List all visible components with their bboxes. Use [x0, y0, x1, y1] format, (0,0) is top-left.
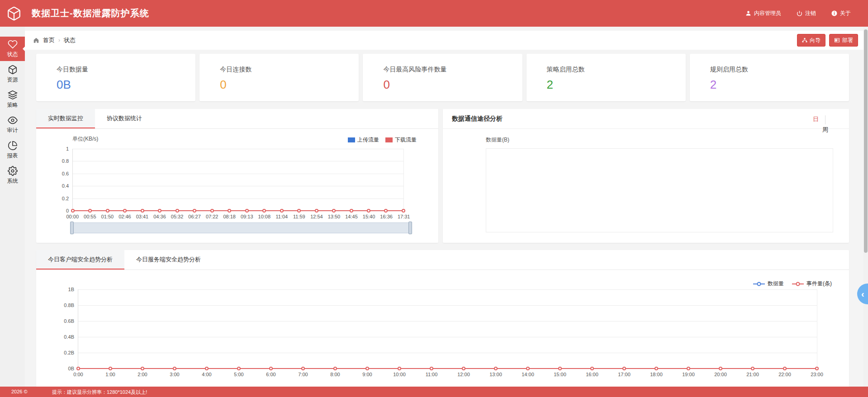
deploy-button[interactable]: 部署	[829, 34, 858, 47]
stat-value: 0B	[57, 78, 195, 92]
y-axis-tick-label: 0.8B	[64, 302, 74, 308]
footer-resolution-tip: 提示：建议显示分辨率：1280*1024及以上!	[52, 389, 147, 396]
data-point-marker	[262, 209, 266, 213]
data-point-marker	[590, 367, 594, 370]
x-axis-tick-label: 2:00	[133, 372, 152, 377]
data-point-marker	[175, 209, 179, 213]
y-axis-tick-label: 0.4	[62, 183, 69, 189]
home-icon	[33, 37, 39, 43]
data-point-marker	[622, 367, 626, 370]
x-axis-tick-label: 20:00	[711, 372, 730, 377]
legend-line-swatch	[753, 284, 765, 284]
legend-item-event-count[interactable]: 事件量(条)	[792, 280, 832, 288]
deploy-button-label: 部署	[842, 37, 853, 44]
x-axis-tick-label: 11:04	[273, 214, 291, 219]
about-label: 关于	[840, 9, 851, 17]
legend-item-download[interactable]: 下载流量	[385, 136, 417, 144]
x-axis-tick-label: 14:45	[343, 214, 360, 219]
y-axis-unit-label: 单位(KB/s)	[72, 135, 98, 143]
x-axis-tick-label: 6:00	[262, 372, 280, 377]
sidebar-item-policy[interactable]: 策略	[0, 87, 25, 112]
scrollbar-thumb[interactable]	[864, 29, 868, 253]
legend-label: 事件量(条)	[806, 280, 832, 288]
breadcrumb: 首页 › 状态	[33, 36, 76, 44]
y-axis-tick-label: 0.2B	[64, 350, 74, 355]
logout-button[interactable]: 注销	[797, 9, 816, 17]
legend-item-upload[interactable]: 上传流量	[348, 136, 379, 144]
data-point-marker	[245, 209, 249, 213]
sidebar-item-status[interactable]: 状态	[0, 37, 25, 61]
data-point-marker	[333, 367, 337, 370]
tab-protocol-stats[interactable]: 协议数据统计	[95, 109, 154, 128]
legend-item-data-volume[interactable]: 数据量	[753, 280, 784, 288]
legend-line-swatch	[792, 284, 804, 284]
stat-value: 0	[220, 78, 359, 92]
data-point-marker	[71, 209, 75, 213]
sidebar-item-system[interactable]: 系统	[0, 163, 25, 188]
stat-cards-row: 今日数据量 0B 今日连接数 0 今日最高风险事件数量 0 策略启用总数 2 规…	[36, 54, 849, 101]
breadcrumb-home[interactable]: 首页	[43, 36, 55, 44]
datazoom-left-handle[interactable]	[70, 222, 74, 234]
sidebar: 状态 资源 策略 审计 报表 系统	[0, 27, 25, 387]
data-point-marker	[367, 209, 370, 213]
breadcrumb-separator: ›	[58, 37, 60, 43]
data-point-marker	[494, 367, 498, 370]
toggle-divider	[825, 115, 825, 124]
realtime-data-panel: 实时数据监控 协议数据统计 单位(KB/s) 上传流量 下载流量 10.80.6…	[36, 109, 438, 243]
realtime-tabbar: 实时数据监控 协议数据统计	[36, 109, 438, 129]
x-axis-tick-label: 00:55	[81, 214, 99, 219]
header-actions: 内容管理员 注销 关于	[745, 9, 851, 17]
grid-line	[78, 289, 817, 290]
gear-icon	[8, 166, 18, 176]
sitemap-icon	[802, 38, 807, 43]
trend-tabbar: 今日客户端安全趋势分析 今日服务端安全趋势分析	[36, 250, 849, 270]
footer-copyright: 2026 ©	[11, 389, 28, 394]
series-markers	[76, 367, 819, 370]
x-axis-tick-label: 12:00	[455, 372, 473, 377]
app-logo-icon	[6, 6, 22, 21]
y-axis-unit-label: 数据量(B)	[486, 136, 509, 144]
about-button[interactable]: 关于	[831, 9, 851, 17]
wizard-button[interactable]: 向导	[797, 34, 825, 47]
datazoom-slider[interactable]	[71, 222, 411, 233]
x-axis-tick-label: 09:13	[238, 214, 256, 219]
x-axis-tick-label: 3:00	[166, 372, 184, 377]
x-axis-tick-label: 02:46	[116, 214, 134, 219]
x-axis-tick-label: 9:00	[358, 372, 376, 377]
app-header: 数据卫士-数据泄露防护系统 内容管理员 注销 关于	[0, 0, 868, 27]
toggle-day[interactable]: 日	[813, 116, 819, 123]
grid-line	[73, 186, 403, 186]
data-point-marker	[141, 209, 144, 213]
app-footer: 2026 © 提示：建议显示分辨率：1280*1024及以上!	[0, 387, 868, 397]
series-markers	[71, 209, 405, 213]
y-axis-tick-label: 0.2	[62, 196, 69, 201]
trend-line-chart: 1B0.8B0.6B0.4B0.2B0B0:001:002:003:004:00…	[78, 289, 817, 369]
vertical-scrollbar	[863, 27, 868, 387]
wizard-button-label: 向导	[810, 37, 821, 44]
data-point-marker	[237, 367, 241, 370]
data-point-marker	[783, 367, 787, 370]
collapse-panel-button[interactable]: ‹	[857, 284, 868, 304]
y-axis-tick-label: 1B	[68, 287, 74, 292]
sidebar-item-resources[interactable]: 资源	[0, 62, 25, 86]
tab-server-trend[interactable]: 今日服务端安全趋势分析	[124, 250, 213, 269]
box-icon	[8, 65, 18, 75]
sidebar-item-reports[interactable]: 报表	[0, 138, 25, 162]
data-point-marker	[350, 209, 353, 213]
sidebar-item-label: 系统	[7, 177, 18, 185]
current-user[interactable]: 内容管理员	[745, 9, 781, 17]
tab-client-trend[interactable]: 今日客户端安全趋势分析	[36, 250, 124, 269]
data-point-marker	[719, 367, 722, 370]
x-axis-tick-label: 10:00	[390, 372, 408, 377]
x-axis-tick-label: 18:00	[647, 372, 665, 377]
comm-panel-header: 数据通信途径分析	[443, 109, 849, 129]
datazoom-right-handle[interactable]	[408, 222, 412, 234]
legend-circle	[757, 282, 761, 286]
x-axis-tick-label: 15:00	[551, 372, 569, 377]
stat-label: 策略启用总数	[547, 66, 686, 74]
tab-realtime-monitor[interactable]: 实时数据监控	[36, 109, 95, 128]
x-axis-tick-label: 5:00	[230, 372, 248, 377]
grid-line	[78, 353, 817, 353]
toggle-week[interactable]: 周	[813, 124, 828, 135]
sidebar-item-audit[interactable]: 审计	[0, 113, 25, 137]
